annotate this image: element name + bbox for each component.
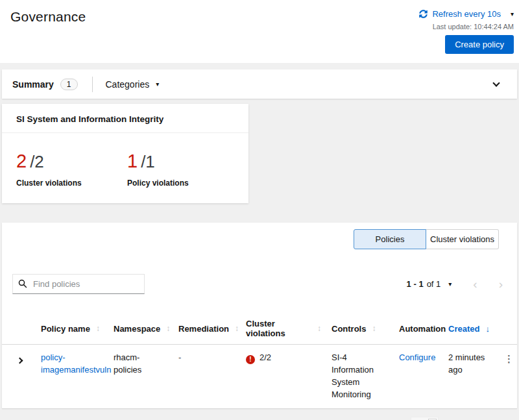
- kebab-menu-icon[interactable]: ⋮: [504, 353, 514, 364]
- remediation-cell: -: [171, 345, 238, 408]
- chevron-right-icon: [17, 358, 23, 364]
- refresh-icon: [419, 10, 428, 18]
- create-policy-button[interactable]: Create policy: [445, 35, 514, 54]
- pagination-suffix: of 1: [427, 279, 441, 289]
- stat-value: 1: [127, 151, 138, 172]
- row-expand-toggle[interactable]: [2, 345, 33, 408]
- policies-panel: Policies Cluster violations 1 - 1 of 1 ▾…: [2, 223, 517, 408]
- table-row: policy-imagemanifestvuln rhacm-policies …: [2, 345, 517, 409]
- table-header: Policy name ↕ Namespace ↕ Remediation ↕ …: [2, 314, 517, 345]
- categories-label: Categories: [106, 79, 150, 90]
- page-input-group: 1 ▴ ▾: [411, 417, 439, 420]
- sort-desc-icon: ↓: [485, 324, 490, 334]
- column-cluster-violations[interactable]: Cluster violations ↕: [238, 314, 324, 344]
- caret-down-icon[interactable]: ▾: [511, 10, 514, 18]
- view-toggle-group: Policies Cluster violations: [2, 223, 517, 249]
- header-actions: Refresh every 10s ▾ Last update: 10:44:2…: [419, 9, 514, 63]
- column-remediation[interactable]: Remediation ↕: [171, 314, 238, 344]
- actions-column-header: [499, 314, 519, 344]
- sort-icon[interactable]: ↕: [96, 324, 100, 333]
- created-cell: 2 minutes ago: [441, 345, 499, 408]
- column-automation: Automation: [391, 314, 441, 344]
- divider: [92, 77, 93, 92]
- search-input[interactable]: [12, 274, 145, 294]
- danger-icon: !: [246, 355, 255, 364]
- card-title: SI System and Information Integrity: [2, 104, 248, 133]
- stat-total: /1: [141, 152, 155, 172]
- column-policy-name[interactable]: Policy name ↕: [33, 314, 106, 344]
- toggle-policies[interactable]: Policies: [354, 229, 426, 249]
- refresh-dropdown[interactable]: Refresh every 10s ▾: [419, 9, 514, 19]
- summary-tab[interactable]: Summary 1: [12, 79, 78, 90]
- column-created[interactable]: Created ↓: [441, 314, 499, 344]
- column-controls[interactable]: Controls ↕: [324, 314, 391, 344]
- categories-dropdown[interactable]: Categories ▾: [106, 79, 160, 90]
- sort-icon[interactable]: ↕: [372, 324, 376, 333]
- stat-label: Cluster violations: [16, 179, 91, 188]
- search-icon: [18, 279, 27, 291]
- stat-total: /2: [30, 152, 44, 172]
- table-toolbar: 1 - 1 of 1 ▾ ‹ ›: [2, 249, 517, 294]
- pagination-range: 1 - 1: [407, 279, 424, 289]
- namespace-cell: rhacm-policies: [106, 345, 171, 408]
- column-namespace[interactable]: Namespace ↕: [106, 314, 171, 344]
- page-title: Governance: [10, 9, 86, 63]
- cluster-violations-cell: !2/2: [238, 345, 324, 408]
- pagination-caret-icon[interactable]: ▾: [448, 280, 452, 288]
- toggle-cluster-violations[interactable]: Cluster violations: [426, 229, 499, 249]
- summary-bar: Summary 1 Categories ▾: [2, 69, 517, 99]
- cluster-violations-stat: 2 /2 Cluster violations: [16, 151, 91, 188]
- stat-label: Policy violations: [127, 179, 202, 188]
- next-page-button[interactable]: ›: [499, 278, 503, 290]
- search-box: [12, 274, 145, 294]
- pagination-top: 1 - 1 of 1 ▾ ‹ ›: [407, 278, 503, 290]
- category-card: SI System and Information Integrity 2 /2…: [2, 104, 248, 203]
- policy-name-link[interactable]: policy-imagemanifestvuln: [41, 352, 111, 375]
- sort-icon[interactable]: ↕: [317, 324, 321, 333]
- prev-page-button[interactable]: ‹: [473, 278, 477, 290]
- controls-cell: SI-4 Information System Monitoring: [324, 345, 391, 408]
- summary-count-badge: 1: [60, 79, 78, 90]
- refresh-label: Refresh every 10s: [432, 9, 501, 19]
- page-header: Governance Refresh every 10s ▾ Last upda…: [0, 0, 519, 63]
- stat-value: 2: [16, 151, 27, 172]
- caret-down-icon: ▾: [156, 80, 159, 88]
- violations-count: 2/2: [260, 352, 271, 362]
- expand-column-header: [2, 314, 33, 344]
- collapse-chevron-icon[interactable]: [492, 79, 500, 86]
- summary-label: Summary: [12, 79, 54, 90]
- pagination-bottom: 1 - 1 of 1 ▾ « ‹ 1 ▴ ▾ of 1 › »: [2, 409, 517, 420]
- sort-icon[interactable]: ↕: [166, 324, 170, 333]
- last-update-text: Last update: 10:44:24 AM: [433, 23, 514, 31]
- automation-configure-link[interactable]: Configure: [399, 352, 435, 362]
- policy-violations-stat: 1 /1 Policy violations: [127, 151, 202, 188]
